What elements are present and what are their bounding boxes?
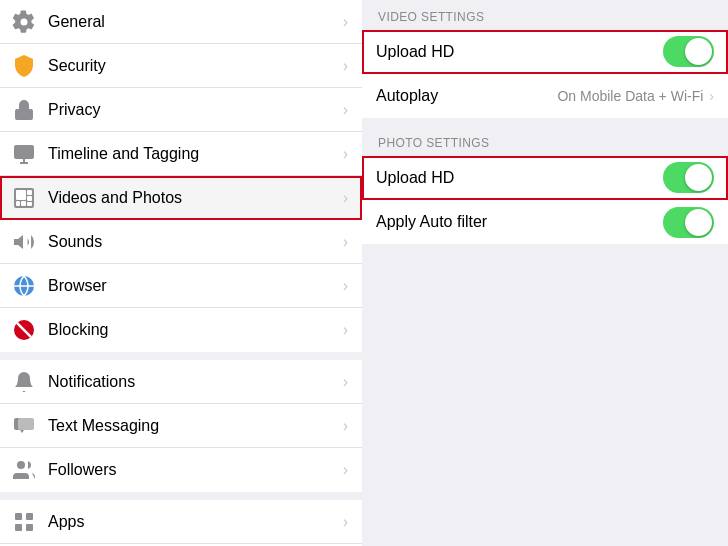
settings-row-photo-upload-hd[interactable]: Upload HD — [362, 156, 728, 200]
video-icon — [10, 184, 38, 212]
left-panel: General›Security›Privacy›Timeline and Ta… — [0, 0, 362, 546]
chevron-right-icon: › — [709, 88, 714, 104]
menu-item-label-followers: Followers — [48, 461, 343, 479]
svg-rect-18 — [15, 513, 22, 520]
menu-item-label-security: Security — [48, 57, 343, 75]
menu-item-browser[interactable]: Browser› — [0, 264, 362, 308]
shield-icon — [10, 52, 38, 80]
settings-label-video-upload-hd: Upload HD — [376, 43, 663, 61]
svg-rect-19 — [26, 513, 33, 520]
svg-rect-20 — [15, 524, 22, 531]
menu-section-group2: Notifications›Text Messaging›Followers› — [0, 360, 362, 492]
toggle-auto-filter[interactable] — [663, 207, 714, 238]
svg-rect-9 — [27, 196, 32, 201]
apps-icon — [10, 508, 38, 536]
settings-row-autoplay[interactable]: AutoplayOn Mobile Data + Wi-Fi› — [362, 74, 728, 118]
menu-item-notifications[interactable]: Notifications› — [0, 360, 362, 404]
svg-rect-0 — [15, 109, 33, 120]
svg-rect-6 — [16, 201, 20, 206]
chevron-right-icon: › — [343, 13, 348, 31]
menu-item-timeline[interactable]: Timeline and Tagging› — [0, 132, 362, 176]
menu-item-label-apps: Apps — [48, 513, 343, 531]
timeline-icon — [10, 140, 38, 168]
svg-rect-5 — [16, 190, 26, 200]
privacy-icon — [10, 96, 38, 124]
svg-rect-1 — [14, 145, 34, 159]
menu-item-followers[interactable]: Followers› — [0, 448, 362, 492]
sounds-icon — [10, 228, 38, 256]
settings-group-photo-settings: Upload HDApply Auto filter — [362, 156, 728, 244]
svg-point-17 — [17, 461, 25, 469]
chevron-right-icon: › — [343, 233, 348, 251]
menu-item-label-general: General — [48, 13, 343, 31]
settings-row-auto-filter[interactable]: Apply Auto filter — [362, 200, 728, 244]
toggle-photo-upload-hd[interactable] — [663, 162, 714, 193]
browser-icon — [10, 272, 38, 300]
menu-item-privacy[interactable]: Privacy› — [0, 88, 362, 132]
svg-rect-16 — [18, 418, 34, 430]
followers-icon — [10, 456, 38, 484]
toggle-knob-photo-upload-hd — [685, 164, 712, 191]
menu-item-label-privacy: Privacy — [48, 101, 343, 119]
chevron-right-icon: › — [343, 373, 348, 391]
menu-item-label-browser: Browser — [48, 277, 343, 295]
menu-item-textsms[interactable]: Text Messaging› — [0, 404, 362, 448]
svg-rect-8 — [27, 190, 32, 195]
settings-label-photo-upload-hd: Upload HD — [376, 169, 663, 187]
chevron-right-icon: › — [343, 277, 348, 295]
chevron-right-icon: › — [343, 101, 348, 119]
menu-item-general[interactable]: General› — [0, 0, 362, 44]
toggle-knob-video-upload-hd — [685, 38, 712, 65]
settings-label-auto-filter: Apply Auto filter — [376, 213, 663, 231]
menu-item-label-textsms: Text Messaging — [48, 417, 343, 435]
svg-rect-21 — [26, 524, 33, 531]
sms-icon — [10, 412, 38, 440]
chevron-right-icon: › — [343, 461, 348, 479]
settings-value-autoplay: On Mobile Data + Wi-Fi — [557, 88, 703, 104]
chevron-right-icon: › — [343, 321, 348, 339]
menu-section-group1: General›Security›Privacy›Timeline and Ta… — [0, 0, 362, 352]
section-title-photo-settings: PHOTO SETTINGS — [362, 126, 728, 156]
menu-item-label-sounds: Sounds — [48, 233, 343, 251]
section-title-video-settings: VIDEO SETTINGS — [362, 0, 728, 30]
settings-section-photo-settings: PHOTO SETTINGSUpload HDApply Auto filter — [362, 126, 728, 244]
chevron-right-icon: › — [343, 513, 348, 531]
menu-item-apps[interactable]: Apps› — [0, 500, 362, 544]
menu-item-label-notifications: Notifications — [48, 373, 343, 391]
menu-item-label-timeline: Timeline and Tagging — [48, 145, 343, 163]
blocking-icon — [10, 316, 38, 344]
toggle-video-upload-hd[interactable] — [663, 36, 714, 67]
settings-row-video-upload-hd[interactable]: Upload HD — [362, 30, 728, 74]
svg-rect-7 — [21, 201, 26, 206]
settings-section-video-settings: VIDEO SETTINGSUpload HDAutoplayOn Mobile… — [362, 0, 728, 118]
settings-group-video-settings: Upload HDAutoplayOn Mobile Data + Wi-Fi› — [362, 30, 728, 118]
chevron-right-icon: › — [343, 145, 348, 163]
menu-item-label-videos: Videos and Photos — [48, 189, 343, 207]
menu-item-videos[interactable]: Videos and Photos› — [0, 176, 362, 220]
menu-item-sounds[interactable]: Sounds› — [0, 220, 362, 264]
notif-icon — [10, 368, 38, 396]
toggle-knob-auto-filter — [685, 209, 712, 236]
chevron-right-icon: › — [343, 189, 348, 207]
settings-label-autoplay: Autoplay — [376, 87, 557, 105]
right-panel: VIDEO SETTINGSUpload HDAutoplayOn Mobile… — [362, 0, 728, 546]
gear-icon — [10, 8, 38, 36]
chevron-right-icon: › — [343, 417, 348, 435]
menu-item-label-blocking: Blocking — [48, 321, 343, 339]
svg-rect-10 — [27, 202, 32, 206]
menu-item-blocking[interactable]: Blocking› — [0, 308, 362, 352]
chevron-right-icon: › — [343, 57, 348, 75]
menu-section-group3: Apps›Ads› — [0, 500, 362, 546]
menu-item-security[interactable]: Security› — [0, 44, 362, 88]
